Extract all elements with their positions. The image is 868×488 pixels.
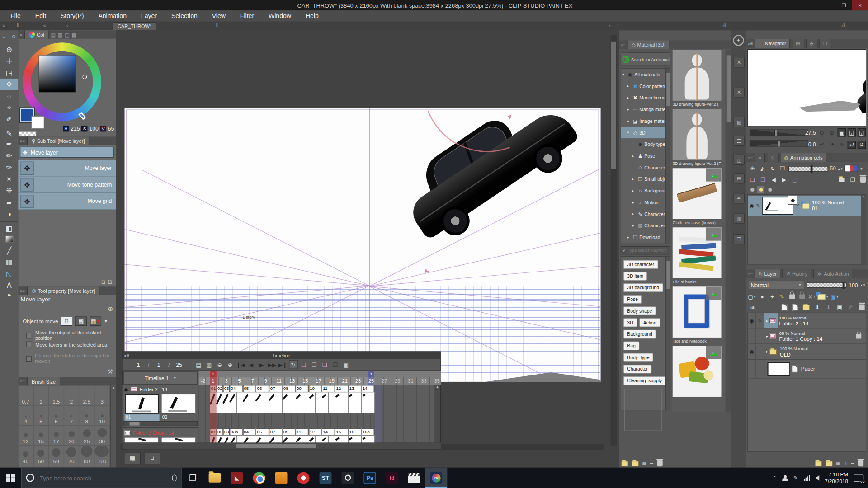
- menu-layer[interactable]: Layer: [134, 10, 164, 21]
- panel-menu-icon[interactable]: ▸≡: [125, 353, 130, 358]
- blend-tool[interactable]: ◑: [0, 208, 18, 220]
- tree-caret-icon[interactable]: ▸: [627, 95, 631, 100]
- eye-icon[interactable]: [748, 328, 756, 343]
- brush-size-8[interactable]: 8: [80, 406, 95, 426]
- eyedropper-tool[interactable]: ✐: [0, 113, 18, 125]
- eye-icon[interactable]: ◉: [748, 344, 756, 359]
- clip-studio-paint[interactable]: ✑: [425, 468, 447, 488]
- material-tree-all-materials[interactable]: ▾◉All materials: [621, 69, 670, 80]
- lock-light-table[interactable]: ❐: [759, 175, 767, 183]
- sub-tool-item-move-grid[interactable]: ✥Move grid: [18, 193, 116, 210]
- brush-size-50[interactable]: 50: [33, 446, 49, 465]
- animation-cels-tab[interactable]: ◍Animation cels: [780, 153, 826, 162]
- brush-size-6[interactable]: 6: [49, 406, 64, 426]
- menu-help[interactable]: Help: [298, 10, 326, 21]
- cel-05[interactable]: 05: [256, 428, 269, 436]
- panel-menu-icon[interactable]: »≡: [748, 41, 753, 46]
- frames-grid[interactable]: 010203040506070809101112131401020303a040…: [199, 385, 436, 443]
- eye-icon[interactable]: [748, 360, 756, 378]
- value-value[interactable]: 65: [108, 126, 114, 131]
- pattern-panel-icon[interactable]: ▥: [733, 213, 744, 223]
- zoom-slider[interactable]: [750, 129, 808, 136]
- tray-chevron-icon[interactable]: ⌃: [772, 475, 777, 481]
- playback-end-marker[interactable]: 1: [368, 371, 375, 377]
- timeline-selector[interactable]: Timeline 1▼: [123, 371, 198, 385]
- go-to-start[interactable]: ❙◀: [236, 360, 245, 369]
- menu-edit[interactable]: Edit: [28, 10, 53, 21]
- hue-value[interactable]: 215: [71, 126, 80, 131]
- frame-ruler[interactable]: 11 -21357911131517192123252729313335: [199, 371, 441, 385]
- material-item-notebook[interactable]: ☁↓Text and notebook: [673, 286, 722, 345]
- fit-to-window[interactable]: ▣: [838, 128, 846, 136]
- brush-size-10[interactable]: 10: [94, 406, 110, 426]
- sub-view-tab[interactable]: ▤: [792, 39, 804, 48]
- expand-right2-icon[interactable]: ›‖: [841, 23, 845, 28]
- frame-number-9[interactable]: 9: [263, 377, 269, 385]
- expand-caret-icon[interactable]: ▸: [766, 334, 768, 338]
- tree-scrollbar[interactable]: [665, 69, 670, 244]
- material-list-scrollbar[interactable]: [726, 50, 731, 412]
- material-tag-3d-item[interactable]: 3D item: [623, 272, 647, 281]
- cel-09[interactable]: 09: [282, 428, 295, 436]
- cel-06[interactable]: 06: [256, 385, 269, 392]
- tree-caret-icon[interactable]: ▸: [627, 84, 631, 89]
- tool-nav-tab[interactable]: ≈: [755, 153, 765, 162]
- reset-rotation[interactable]: ✥: [838, 141, 846, 149]
- expand-caret-icon[interactable]: ▸: [766, 349, 768, 354]
- delete-layer[interactable]: [858, 303, 866, 311]
- set-as-reference[interactable]: ▼: [818, 292, 829, 300]
- file-explorer[interactable]: [204, 468, 226, 488]
- app-st[interactable]: ST: [315, 468, 337, 488]
- material-tag-bag[interactable]: Bag: [623, 342, 640, 351]
- light-table-all-icon[interactable]: [766, 186, 774, 193]
- all-sides-view-button[interactable]: ▦: [124, 453, 141, 465]
- layer-tab[interactable]: ≋Layer: [755, 269, 781, 278]
- material-tree-color-pattern[interactable]: ▸✖Color pattern: [621, 80, 670, 92]
- task-view-button[interactable]: ❐: [182, 468, 204, 488]
- cel-list-scrollbar[interactable]: ▲: [861, 195, 866, 264]
- brush-size-100[interactable]: 100: [94, 446, 110, 465]
- reset-display[interactable]: ↺: [858, 141, 866, 149]
- cel-list-item[interactable]: ◉ ✎ ◆ ✓ 100 % Normal01: [748, 196, 861, 216]
- new-animation-folder[interactable]: ❐: [310, 360, 319, 369]
- frame-number-5[interactable]: 5: [236, 377, 243, 385]
- cloud-download-icon[interactable]: ☁↓: [709, 348, 717, 357]
- transparent-color-swatch[interactable]: [19, 131, 37, 136]
- clock[interactable]: 7:18 PM7/28/2018: [825, 471, 848, 484]
- frame-number-17[interactable]: 17: [315, 377, 322, 385]
- layer-icon-area[interactable]: ▸: [764, 313, 778, 328]
- cel-07[interactable]: 07: [269, 385, 282, 392]
- material-tag-background[interactable]: Background: [623, 330, 656, 339]
- new-layer-settings[interactable]: [791, 303, 799, 311]
- material-tag-body-type[interactable]: Body_type: [623, 353, 653, 362]
- grid-view-icon[interactable]: ▦: [642, 461, 646, 466]
- brush-size-4[interactable]: 4: [18, 406, 33, 426]
- checkbox-2[interactable]: Change the status of the object to move …: [26, 353, 117, 364]
- cel-03[interactable]: 03: [223, 428, 230, 436]
- tab-color-set[interactable]: ▦: [58, 32, 62, 37]
- minimize-button[interactable]: —: [820, 0, 836, 10]
- track-cel-thumbnail[interactable]: [161, 394, 195, 414]
- loop-playback[interactable]: ↻: [289, 360, 298, 369]
- panel-menu-icon[interactable]: »≡: [621, 42, 626, 47]
- zoom-in[interactable]: ⊕: [828, 128, 836, 136]
- timeline-vertical-scrollbar[interactable]: ▲: [434, 385, 440, 443]
- zoom-out[interactable]: ⊖: [818, 128, 826, 136]
- brush-size-1.5[interactable]: 1.5: [49, 385, 64, 405]
- material-tag-3d-character[interactable]: 3D character: [623, 260, 658, 269]
- tree-caret-icon[interactable]: ▾: [627, 130, 631, 135]
- app-red[interactable]: ◣: [226, 468, 248, 488]
- onion-skin-next[interactable]: ↻: [769, 164, 777, 173]
- brush-size-15[interactable]: 15: [33, 426, 49, 446]
- apply-mask[interactable]: ✐: [846, 303, 854, 311]
- checkbox-1[interactable]: Move layers in the selected area: [26, 342, 107, 347]
- tree-caret-icon[interactable]: ▸: [632, 211, 636, 216]
- material-tree-body-type[interactable]: ☻Body type: [621, 138, 670, 150]
- windows-ink-icon[interactable]: ✎: [793, 475, 798, 481]
- grid-panel-icon[interactable]: ▤: [733, 173, 744, 183]
- track-thumbs-scrollbar[interactable]: [123, 421, 198, 426]
- tree-caret-icon[interactable]: ▸: [627, 107, 631, 112]
- eye-icon[interactable]: ◉: [750, 203, 754, 208]
- material-tag-3d-background[interactable]: 3D background: [623, 283, 663, 292]
- material-tag-cleaning-supply[interactable]: Cleaning_supply: [623, 376, 666, 385]
